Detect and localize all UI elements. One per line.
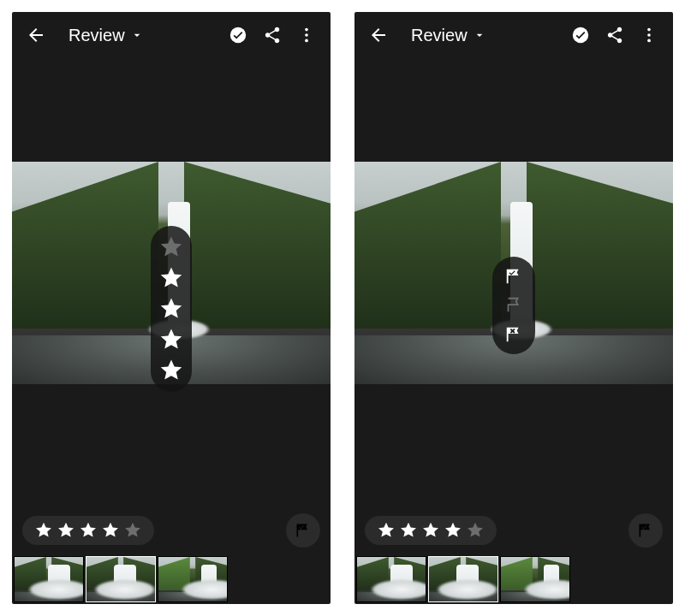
filmstrip-thumb[interactable] (158, 556, 228, 602)
share-button[interactable] (255, 18, 289, 52)
flag-pick-icon (295, 522, 312, 539)
star-icon (79, 521, 98, 540)
star-icon (377, 521, 396, 540)
screen-left: Review (12, 12, 331, 604)
filmstrip-thumb[interactable] (356, 556, 426, 602)
flag-button[interactable] (286, 513, 320, 548)
screen-right: Review (354, 12, 673, 604)
share-icon (263, 26, 282, 44)
mode-dropdown[interactable]: Review (68, 26, 144, 45)
flag-button[interactable] (628, 513, 663, 548)
star-level-3[interactable] (158, 296, 184, 322)
rating-pill[interactable] (365, 516, 497, 545)
flag-pick-icon (637, 522, 654, 539)
select-button[interactable] (221, 18, 255, 52)
flag-option-unflagged[interactable] (504, 296, 523, 315)
check-circle-icon (229, 26, 247, 44)
star-level-4[interactable] (158, 265, 184, 291)
star-rating-overlay[interactable] (151, 226, 192, 392)
bottom-bar (22, 513, 320, 548)
star-icon (34, 521, 53, 540)
more-vert-icon (640, 26, 658, 44)
star-level-1[interactable] (158, 358, 184, 383)
caret-down-icon (130, 28, 144, 42)
back-arrow-icon (26, 25, 46, 45)
star-icon (421, 521, 440, 540)
mode-dropdown[interactable]: Review (411, 26, 486, 45)
filmstrip-thumb[interactable] (428, 556, 498, 602)
more-vert-icon (297, 26, 316, 44)
share-icon (605, 26, 624, 44)
app-bar: Review (12, 12, 331, 58)
share-button[interactable] (598, 18, 632, 52)
filmstrip-thumb[interactable] (14, 556, 84, 602)
filmstrip[interactable] (12, 556, 229, 604)
star-icon (466, 521, 485, 540)
filmstrip-thumb[interactable] (86, 556, 156, 602)
more-button[interactable] (289, 18, 324, 52)
star-icon (444, 521, 462, 540)
star-icon (123, 521, 142, 540)
app-bar: Review (354, 12, 673, 58)
more-button[interactable] (632, 18, 666, 52)
mode-title: Review (68, 26, 125, 45)
bottom-bar (365, 513, 663, 548)
select-button[interactable] (563, 18, 598, 52)
rating-pill[interactable] (22, 516, 154, 545)
star-level-2[interactable] (158, 327, 184, 352)
star-icon (101, 521, 120, 540)
mode-title: Review (411, 26, 468, 45)
flag-option-pick[interactable] (504, 267, 523, 286)
star-level-5[interactable] (158, 234, 184, 260)
caret-down-icon (473, 28, 486, 42)
star-icon (399, 521, 418, 540)
filmstrip-thumb[interactable] (500, 556, 570, 602)
back-button[interactable] (361, 18, 396, 52)
back-button[interactable] (19, 18, 53, 52)
flag-option-reject[interactable] (504, 325, 523, 344)
filmstrip[interactable] (354, 556, 572, 604)
star-icon (57, 521, 75, 540)
flag-overlay[interactable] (492, 257, 535, 354)
check-circle-icon (571, 26, 590, 44)
back-arrow-icon (368, 25, 389, 45)
